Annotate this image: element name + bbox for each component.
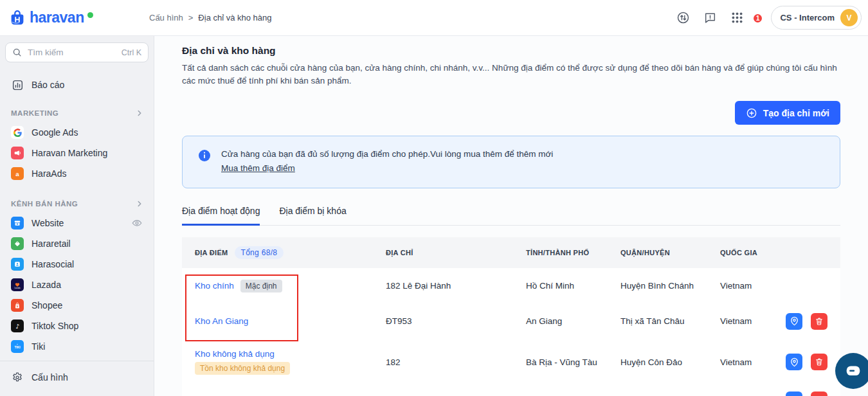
col-header-address: ĐỊA CHỈ — [373, 249, 513, 256]
address-cell: 182 — [373, 357, 513, 367]
report-icon — [11, 78, 24, 91]
haravan-logo[interactable]: haravan — [0, 8, 143, 28]
avatar: V — [840, 9, 858, 26]
chat-bubble-icon — [845, 363, 862, 379]
sidebar-item-lazada[interactable]: Lazada Lazada — [0, 274, 154, 295]
account-menu[interactable]: CS - Intercom V — [771, 6, 862, 30]
sync-icon[interactable] — [676, 11, 690, 24]
sidebar-item-google-ads[interactable]: Google Ads — [0, 122, 154, 143]
table-row: Kho không khả dụng Tồn kho không khả dụn… — [182, 339, 840, 385]
chat-widget-button[interactable] — [835, 353, 868, 389]
sidebar-item-haravan-marketing[interactable]: Haravan Marketing — [0, 143, 154, 163]
province-cell: Hồ Chí Minh — [513, 281, 608, 291]
sidebar-item-website[interactable]: Website — [0, 213, 154, 233]
sidebar-item-label: Tiki — [32, 341, 45, 352]
breadcrumb-parent[interactable]: Cấu hình — [149, 13, 183, 22]
location-pin-button[interactable] — [786, 354, 802, 370]
col-header-label: ĐỊA ĐIỂM — [195, 249, 228, 256]
location-cell: Kho không khả dụng Tồn kho không khả dụn… — [182, 349, 373, 375]
sidebar-footer: Cấu hình — [0, 361, 154, 396]
location-pin-button[interactable] — [786, 313, 802, 330]
actions-cell — [775, 313, 840, 330]
location-tabs: Địa điểm hoạt động Địa điểm bị khóa — [182, 206, 840, 226]
logo-status-dot — [87, 12, 93, 18]
chevron-right-icon — [135, 109, 144, 118]
svg-text:S: S — [17, 305, 19, 308]
account-name: CS - Intercom — [780, 13, 835, 22]
trash-button[interactable] — [811, 354, 827, 370]
apps-grid-icon[interactable] — [730, 11, 744, 24]
svg-text:TIKI: TIKI — [14, 346, 21, 349]
google-ads-icon — [11, 126, 24, 139]
sidebar-item-harasocial[interactable]: Harasocial — [0, 254, 154, 274]
info-icon — [198, 149, 211, 175]
breadcrumb-separator: > — [188, 13, 194, 22]
province-cell: Bà Rịa - Vũng Tàu — [513, 357, 608, 367]
breadcrumb-current: Địa chỉ và kho hàng — [198, 13, 271, 22]
sidebar-item-bao-cao[interactable]: Báo cáo — [0, 75, 154, 95]
svg-text:a: a — [15, 170, 19, 177]
tab-active-locations[interactable]: Địa điểm hoạt động — [182, 206, 260, 226]
page-title: Địa chỉ và kho hàng — [182, 45, 840, 57]
logo-wordmark: haravan — [30, 9, 84, 26]
sidebar-item-tiktok-shop[interactable]: ♪ Tiktok Shop — [0, 316, 154, 336]
sidebar-item-label: Lazada — [32, 280, 61, 290]
sidebar-item-shopee[interactable]: S Shopee — [0, 295, 154, 316]
trash-button[interactable] — [811, 392, 827, 396]
shopee-icon: S — [11, 299, 24, 312]
eye-icon[interactable] — [131, 217, 143, 229]
default-badge: Mặc định — [240, 280, 282, 292]
country-cell: Vietnam — [707, 316, 775, 326]
section-label: MARKETING — [11, 109, 59, 117]
sidebar-item-label: Website — [32, 218, 64, 228]
sidebar-item-label: Hararetail — [32, 239, 71, 249]
table-row: Kho An Giang ĐT953 An Giang Thị xã Tân C… — [182, 303, 840, 339]
hararetail-icon — [11, 237, 24, 250]
col-header-district: QUẬN/HUYỆN — [608, 249, 707, 256]
sidebar-item-haraads[interactable]: a HaraAds — [0, 163, 154, 184]
create-address-label: Tạo địa chỉ mới — [763, 108, 829, 118]
sidebar-section-marketing[interactable]: MARKETING — [0, 109, 154, 118]
search-shortcut: Ctrl K — [122, 48, 141, 57]
sidebar-item-cau-hinh[interactable]: Cấu hình — [0, 365, 154, 390]
svg-text:♪: ♪ — [15, 323, 19, 330]
breadcrumb: Cấu hình > Địa chỉ và kho hàng — [149, 13, 272, 22]
search-input[interactable] — [28, 48, 116, 57]
col-header-location: ĐỊA ĐIỂM Tổng 68/8 — [182, 246, 373, 259]
create-address-button[interactable]: Tạo địa chỉ mới — [735, 101, 840, 125]
search-icon — [12, 48, 23, 58]
notification-count-badge: 1 — [752, 13, 764, 24]
buy-more-locations-link[interactable]: Mua thêm địa điểm — [221, 163, 295, 173]
sidebar-item-label: Báo cáo — [32, 80, 64, 90]
district-cell: Thị xã Tân Châu — [608, 316, 707, 326]
trash-button[interactable] — [811, 313, 827, 330]
location-cell: Kho chính Mặc định — [182, 280, 373, 292]
top-header: haravan Cấu hình > Địa chỉ và kho hàng — [0, 0, 868, 36]
location-pin-button[interactable] — [786, 392, 802, 396]
sidebar-search[interactable]: Ctrl K — [5, 42, 149, 62]
total-count-badge: Tổng 68/8 — [235, 246, 284, 259]
banner-message: Cửa hàng của bạn đã đủ số lượng địa điểm… — [221, 149, 553, 159]
col-header-country: QUỐC GIA — [707, 249, 775, 256]
sidebar-item-hararetail[interactable]: Hararetail — [0, 233, 154, 254]
gear-icon — [11, 371, 24, 384]
section-label: KÊNH BÁN HÀNG — [11, 200, 78, 208]
actions-cell — [775, 354, 840, 370]
province-cell: An Giang — [513, 316, 608, 326]
main-content: Địa chỉ và kho hàng Tất cả danh sách các… — [154, 36, 868, 396]
tiktok-icon: ♪ — [11, 320, 24, 332]
harasocial-icon — [11, 258, 24, 271]
sidebar-item-tiki[interactable]: TIKI Tiki — [0, 336, 154, 357]
locations-table: ĐỊA ĐIỂM Tổng 68/8 ĐỊA CHỈ TỈNH/THÀNH PH… — [182, 237, 840, 396]
warehouse-link[interactable]: Kho An Giang — [195, 316, 248, 326]
sidebar: Ctrl K Báo cáo MARKETING Google Ads — [0, 36, 154, 396]
feedback-icon[interactable] — [703, 11, 717, 24]
sidebar-item-label: Google Ads — [32, 127, 78, 138]
tab-locked-locations[interactable]: Địa điểm bị khóa — [279, 206, 346, 225]
warehouse-link[interactable]: Kho không khả dụng — [195, 349, 275, 359]
sidebar-section-kenh-ban-hang[interactable]: KÊNH BÁN HÀNG — [0, 199, 154, 208]
page-description: Tất cả danh sách các chuỗi cửa hàng của … — [182, 62, 840, 87]
table-row-partial — [182, 385, 840, 396]
warehouse-link[interactable]: Kho chính — [195, 281, 234, 291]
table-header-row: ĐỊA ĐIỂM Tổng 68/8 ĐỊA CHỈ TỈNH/THÀNH PH… — [182, 237, 840, 268]
